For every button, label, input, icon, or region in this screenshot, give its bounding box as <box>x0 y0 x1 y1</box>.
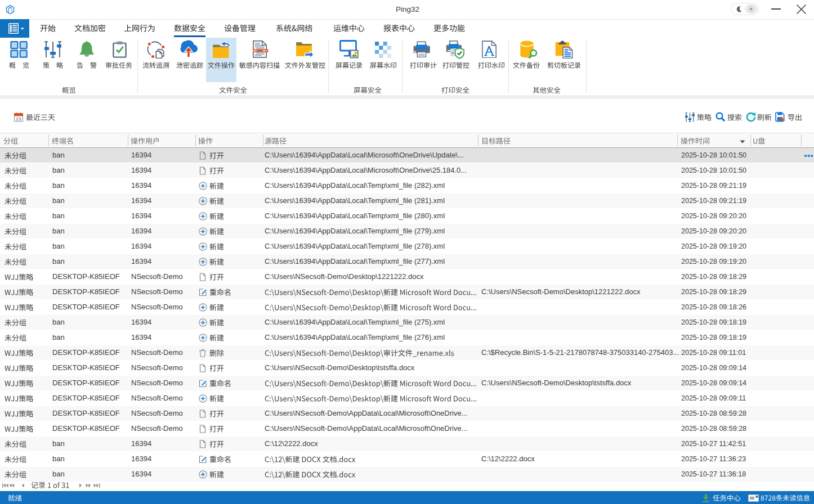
svg-text:23: 23 <box>16 116 21 122</box>
